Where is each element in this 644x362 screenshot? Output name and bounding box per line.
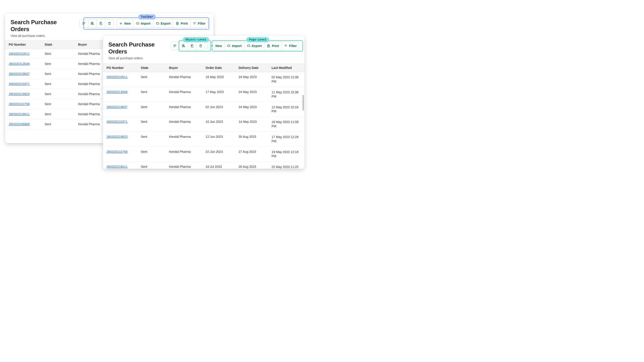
page-subtitle: View all purchase orders. (108, 56, 168, 60)
po-link[interactable]: 260320246889 (9, 122, 30, 126)
table-row: 260320210371SentKendal Pharma10 Jun 2023… (103, 117, 304, 132)
cell-state: Sent (41, 109, 74, 119)
cell-order: 22 Jun 2023 (202, 147, 235, 162)
print-label: Print (272, 44, 279, 48)
front-panel: Search Purchase Orders View all purchase… (103, 36, 304, 169)
po-link[interactable]: 260320210371 (106, 120, 128, 123)
po-link[interactable]: 260320218011 (106, 165, 128, 168)
cell-lm: 19 May 2023 12:18 PM (268, 147, 304, 162)
col-po: PO Number (5, 40, 41, 49)
form-button[interactable] (179, 42, 188, 50)
table-row: 260320219823SentKendal Pharma12 Jun 2023… (103, 132, 304, 147)
filter-label: Filter (289, 44, 297, 48)
po-link[interactable]: 260320210011 (9, 52, 30, 55)
print-button[interactable]: Print (264, 42, 281, 50)
cell-buyer: Kendal Pharma (166, 147, 202, 162)
new-button[interactable]: New (117, 19, 133, 27)
cell-state: Sent (41, 69, 74, 79)
form-icon (90, 21, 94, 25)
filter-icon (284, 44, 288, 48)
print-icon (175, 21, 179, 25)
cell-delivery: 24 May 2023 (235, 72, 268, 87)
filter-label: Filter (198, 22, 206, 25)
page-subtitle: View all purchase orders. (10, 34, 76, 37)
export-label: Export (252, 44, 262, 48)
user-plus-icon (173, 44, 177, 48)
export-label: Export (161, 22, 171, 25)
plus-icon (119, 21, 123, 25)
cell-buyer: Kendal Pharma (166, 117, 202, 132)
import-button[interactable]: Import (133, 19, 153, 27)
cell-state: Sent (137, 132, 166, 147)
print-button[interactable]: Print (173, 19, 190, 27)
delete-button[interactable] (105, 19, 114, 27)
po-link[interactable]: 260320210758 (9, 102, 30, 106)
copy-icon (99, 21, 103, 25)
cell-state: Sent (137, 162, 166, 169)
import-button[interactable]: Import (224, 42, 244, 50)
print-label: Print (181, 22, 188, 25)
cell-state: Sent (137, 72, 166, 87)
col-po: PO Number (103, 64, 137, 72)
page-title: Search Purchase Orders (108, 41, 168, 55)
cloud-export-icon (156, 21, 160, 25)
cell-state: Sent (41, 49, 74, 59)
po-link[interactable]: 260320210758 (106, 150, 128, 153)
po-link[interactable]: 260320210371 (9, 82, 30, 86)
copy-button[interactable] (96, 19, 105, 27)
filter-button[interactable]: Filter (281, 42, 299, 50)
col-order: Order Date (202, 64, 235, 72)
delete-button[interactable] (196, 42, 205, 50)
new-label: New (124, 22, 131, 25)
cell-delivery: 27 Aug 2023 (235, 147, 268, 162)
export-button[interactable]: Export (244, 42, 264, 50)
po-link[interactable]: 260320219823 (9, 92, 30, 96)
cell-delivery: 14 May 2023 (235, 117, 268, 132)
po-link[interactable]: 260320218011 (9, 112, 30, 116)
cell-state: Sent (41, 119, 74, 129)
form-button[interactable] (88, 19, 96, 27)
po-link[interactable]: 260320213546 (9, 62, 30, 65)
filter-button[interactable]: Filter (190, 19, 208, 27)
cell-buyer: Kendal Pharma (166, 87, 202, 102)
cell-order: 12 Jun 2023 (202, 132, 235, 147)
po-link[interactable]: 260320219823 (106, 135, 128, 138)
copy-icon (190, 44, 194, 48)
add-user-button[interactable] (80, 19, 88, 27)
trash-icon (108, 21, 112, 25)
cell-lm: 22 May 2023 11:20 PM (268, 162, 304, 169)
object-level-toolbar (79, 19, 114, 28)
po-link[interactable]: 260320219637 (106, 105, 128, 109)
cell-order: 10 Jun 2023 (202, 117, 235, 132)
cell-order: 16 May 2023 (202, 72, 235, 87)
table-row: 260320218011SentKendal Pharma18 Jul 2023… (103, 162, 304, 169)
new-button[interactable]: New (208, 42, 224, 50)
cell-delivery: 24 May 2023 (235, 102, 268, 117)
user-plus-icon (82, 21, 86, 25)
cell-lm: 16 May 2023 11:08 PM (268, 117, 304, 132)
new-label: New (216, 44, 222, 48)
cell-state: Sent (41, 99, 74, 109)
col-state: State (137, 64, 166, 72)
cell-order: 02 Jun 2023 (202, 102, 235, 117)
cell-state: Sent (41, 59, 74, 69)
cell-delivery: 26 Aug 2023 (235, 162, 268, 169)
add-user-button[interactable] (171, 42, 179, 50)
copy-button[interactable] (188, 42, 196, 50)
form-icon (182, 44, 186, 48)
cloud-import-icon (136, 21, 140, 25)
po-link[interactable]: 260320210011 (106, 75, 128, 79)
page-title: Search Purchase Orders (10, 19, 76, 33)
po-link[interactable]: 260320219637 (9, 72, 30, 76)
scrollbar-thumb[interactable] (302, 95, 304, 110)
po-link[interactable]: 260320213546 (106, 90, 128, 94)
plus-icon (210, 44, 214, 48)
col-delivery: Delivery Date (235, 64, 268, 72)
cell-lm: 11 May 2023 10:38 PM (268, 87, 304, 102)
cell-buyer: Kendal Pharma (166, 102, 202, 117)
object-level-toolbar (170, 42, 205, 50)
import-label: Import (141, 22, 151, 25)
cloud-import-icon (226, 44, 231, 48)
import-label: Import (232, 44, 242, 48)
export-button[interactable]: Export (153, 19, 173, 27)
